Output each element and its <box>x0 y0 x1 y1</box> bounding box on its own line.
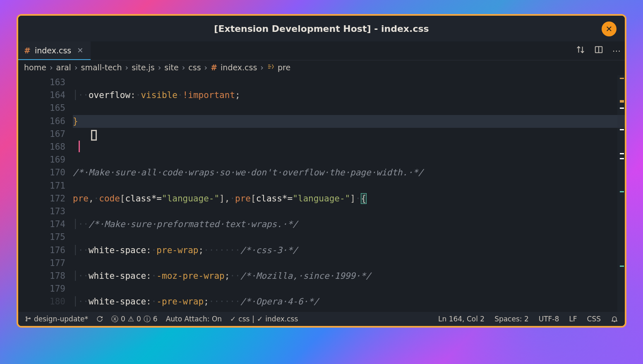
line-number: 178 <box>18 270 65 283</box>
breadcrumb-item[interactable]: small-tech <box>81 63 122 72</box>
warning-icon: ⚠ <box>128 315 134 323</box>
cursor-indicator <box>79 141 80 152</box>
line-number: 173 <box>18 205 65 218</box>
encoding[interactable]: UTF-8 <box>539 315 559 323</box>
problems[interactable]: ⓧ0 ⚠0 ⓘ6 <box>111 314 158 324</box>
code-content[interactable]: │··overflow:·visible·!important; } /*·Ma… <box>73 75 625 312</box>
error-icon: ⓧ <box>111 314 118 324</box>
chevron-right-icon: › <box>125 63 129 72</box>
tab-label: index.css <box>35 46 71 55</box>
git-branch[interactable]: design-update* <box>25 315 88 323</box>
line-number: 171 <box>18 180 65 192</box>
line-number: 172 <box>18 192 65 205</box>
minimap-marker <box>620 266 624 267</box>
chevron-right-icon: › <box>204 63 208 72</box>
check-icon: ✓ <box>230 315 236 323</box>
symbol-icon <box>267 63 274 72</box>
line-number: 179 <box>18 283 65 295</box>
chevron-right-icon: › <box>260 63 264 72</box>
minimap-marker <box>620 158 624 159</box>
minimap[interactable] <box>617 75 625 312</box>
breadcrumb-item[interactable]: site.js <box>132 63 155 72</box>
line-number: 164 <box>18 89 65 102</box>
linter-status[interactable]: ✓ css | ✓ index.css <box>230 315 298 323</box>
current-line: } <box>73 115 625 128</box>
indentation[interactable]: Spaces: 2 <box>494 315 529 323</box>
git-branch-icon <box>25 316 31 322</box>
line-number: 166 <box>18 115 65 128</box>
line-number: 174 <box>18 218 65 231</box>
hash-icon: # <box>211 63 217 72</box>
auto-attach[interactable]: Auto Attach: On <box>166 315 222 323</box>
minimap-marker <box>620 78 624 79</box>
svg-point-3 <box>26 320 27 321</box>
tab-index-css[interactable]: # index.css ✕ <box>18 41 91 60</box>
sync-button[interactable] <box>96 316 103 322</box>
minimap-marker <box>620 153 624 154</box>
line-number: 168 <box>18 141 65 153</box>
eol[interactable]: LF <box>569 315 577 323</box>
breadcrumb-item[interactable]: css <box>188 63 201 72</box>
minimap-marker <box>620 129 624 130</box>
line-number-gutter: 163 164 165 166 167 168 169 170 171 172 … <box>18 75 73 312</box>
line-number: 180 <box>18 295 65 308</box>
chevron-right-icon: › <box>50 63 53 72</box>
window-title: [Extension Development Host] - index.css <box>214 24 429 34</box>
line-number: 177 <box>18 257 65 270</box>
status-bar: design-update* ⓧ0 ⚠0 ⓘ6 Auto Attach: On … <box>18 312 625 326</box>
breadcrumbs: home › aral › small-tech › site.js › sit… <box>18 60 625 75</box>
minimap-marker <box>620 100 624 103</box>
line-number: 169 <box>18 153 65 166</box>
language-mode[interactable]: CSS <box>587 315 601 323</box>
minimap-marker <box>620 191 624 192</box>
breadcrumb-item[interactable]: aral <box>56 63 71 72</box>
titlebar[interactable]: [Extension Development Host] - index.css… <box>18 16 625 41</box>
more-actions-icon[interactable]: ⋯ <box>612 46 621 56</box>
bell-icon <box>611 315 618 323</box>
close-button[interactable]: ✕ <box>602 22 617 36</box>
tab-close-button[interactable]: ✕ <box>75 46 85 55</box>
check-icon: ✓ <box>257 315 263 323</box>
breadcrumb-item[interactable]: index.css <box>221 63 257 72</box>
breadcrumb-item[interactable]: site <box>164 63 178 72</box>
compare-icon[interactable] <box>576 45 585 56</box>
svg-point-2 <box>26 317 27 318</box>
tab-bar: # index.css ✕ ⋯ <box>18 41 625 60</box>
line-number: 165 <box>18 102 65 115</box>
line-number: 167 <box>18 128 65 141</box>
line-number: 170 <box>18 166 65 179</box>
chevron-right-icon: › <box>158 63 161 72</box>
split-editor-icon[interactable] <box>594 45 603 56</box>
chevron-right-icon: › <box>182 63 185 72</box>
breadcrumb-item[interactable]: home <box>24 63 46 72</box>
info-icon: ⓘ <box>144 314 151 324</box>
line-number: 176 <box>18 244 65 257</box>
notifications-button[interactable] <box>611 315 618 323</box>
breadcrumb-item[interactable]: pre <box>278 63 290 72</box>
text-cursor-icon <box>91 130 97 141</box>
chevron-right-icon: › <box>74 63 78 72</box>
line-number: 163 <box>18 76 65 89</box>
close-icon: ✕ <box>606 24 613 34</box>
minimap-marker <box>620 108 624 109</box>
cursor-position[interactable]: Ln 164, Col 2 <box>438 315 485 323</box>
file-icon: # <box>24 46 31 55</box>
editor-area[interactable]: 163 164 165 166 167 168 169 170 171 172 … <box>18 75 625 312</box>
tabbar-actions: ⋯ <box>576 41 621 60</box>
editor-window: [Extension Development Host] - index.css… <box>17 14 626 328</box>
sync-icon <box>96 316 103 322</box>
line-number: 175 <box>18 231 65 244</box>
